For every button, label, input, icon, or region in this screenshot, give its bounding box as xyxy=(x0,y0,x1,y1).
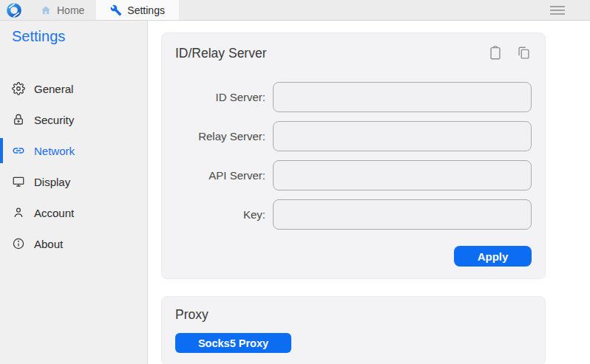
sidebar-item-general[interactable]: General xyxy=(0,73,147,104)
socks5-proxy-button[interactable]: Socks5 Proxy xyxy=(175,333,291,353)
titlebar: Home Settings xyxy=(0,0,590,21)
sidebar-item-account[interactable]: Account xyxy=(0,197,147,228)
key-input[interactable] xyxy=(273,199,532,230)
hamburger-menu-button[interactable] xyxy=(543,0,590,20)
info-icon xyxy=(12,237,25,250)
sidebar-item-label: About xyxy=(34,238,63,250)
sidebar-item-display[interactable]: Display xyxy=(0,166,147,197)
form-row-api-server: API Server: xyxy=(175,160,532,190)
home-icon xyxy=(40,4,52,16)
key-label: Key: xyxy=(175,208,265,221)
sidebar-item-label: Display xyxy=(34,176,70,188)
relay-server-label: Relay Server: xyxy=(175,130,265,142)
form-row-relay-server: Relay Server: xyxy=(175,121,532,151)
proxy-card-title: Proxy xyxy=(175,306,532,323)
sidebar-item-label: General xyxy=(34,83,73,95)
hamburger-icon xyxy=(550,5,565,16)
tab-settings-label: Settings xyxy=(127,4,165,16)
monitor-icon xyxy=(12,175,25,188)
clipboard-icon xyxy=(487,45,503,61)
tab-home-label: Home xyxy=(57,4,84,16)
sidebar-item-label: Account xyxy=(34,207,74,219)
copy-button[interactable] xyxy=(515,45,532,61)
api-server-label: API Server: xyxy=(175,169,265,182)
relay-server-input[interactable] xyxy=(273,121,532,151)
copy-icon xyxy=(515,45,532,61)
id-server-input[interactable] xyxy=(273,82,532,112)
sidebar-item-about[interactable]: About xyxy=(0,228,147,259)
network-settings-panel: ID/Relay Server ID Server xyxy=(148,21,590,364)
form-row-id-server: ID Server: xyxy=(175,82,532,112)
tab-settings[interactable]: Settings xyxy=(96,0,179,20)
settings-sidebar: Settings General xyxy=(0,21,148,364)
id-relay-server-card: ID/Relay Server ID Server xyxy=(161,32,546,279)
tab-home[interactable]: Home xyxy=(28,0,96,20)
link-icon xyxy=(12,144,25,157)
settings-nav: General Security Netwo xyxy=(0,73,147,259)
apply-button[interactable]: Apply xyxy=(454,246,532,267)
lock-icon xyxy=(12,113,25,126)
paste-button[interactable] xyxy=(487,45,503,61)
gear-icon xyxy=(12,82,25,95)
person-icon xyxy=(12,206,25,219)
proxy-card: Proxy Socks5 Proxy xyxy=(161,296,546,364)
titlebar-spacer xyxy=(179,0,543,20)
server-form: ID Server: Relay Server: API Server: Key… xyxy=(175,82,532,230)
card-title: ID/Relay Server xyxy=(175,44,267,62)
app-logo-icon xyxy=(0,0,28,20)
sidebar-item-security[interactable]: Security xyxy=(0,104,147,135)
sidebar-item-label: Network xyxy=(34,145,75,157)
page-title: Settings xyxy=(12,27,147,46)
sidebar-item-label: Security xyxy=(34,114,74,126)
id-server-label: ID Server: xyxy=(175,91,265,103)
api-server-input[interactable] xyxy=(273,160,532,190)
wrench-icon xyxy=(110,4,122,16)
sidebar-item-network[interactable]: Network xyxy=(0,135,147,166)
form-row-key: Key: xyxy=(175,199,532,230)
